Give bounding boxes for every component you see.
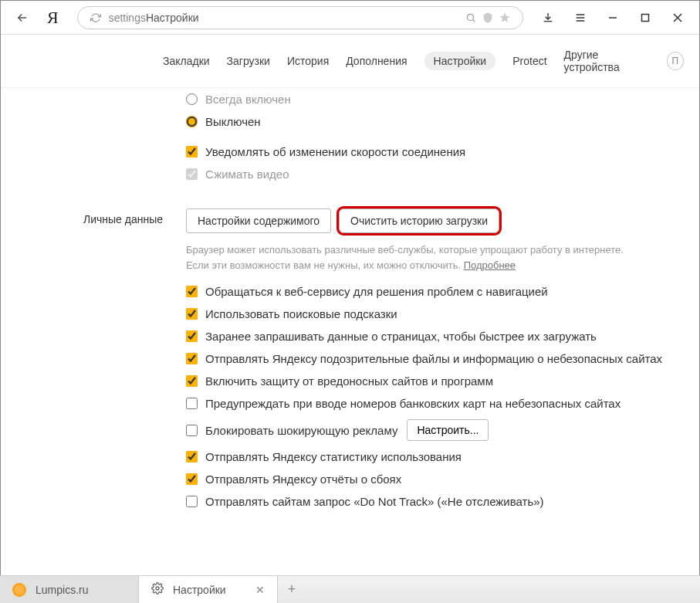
user-avatar[interactable]: П bbox=[667, 52, 684, 70]
settings-nav: Закладки Загрузки История Дополнения Нас… bbox=[1, 35, 699, 88]
opt-dnt-checkbox[interactable] bbox=[186, 496, 198, 507]
opt-stats-label: Отправлять Яндексу статистику использова… bbox=[205, 450, 462, 463]
nav-bookmarks[interactable]: Закладки bbox=[163, 55, 210, 67]
opt-dnt-label: Отправлять сайтам запрос «Do Not Track» … bbox=[205, 495, 544, 508]
nav-protect[interactable]: Protect bbox=[512, 55, 546, 67]
opt-navigation-checkbox[interactable] bbox=[186, 286, 198, 297]
svg-point-0 bbox=[467, 14, 473, 20]
back-button[interactable] bbox=[7, 2, 38, 33]
svg-rect-1 bbox=[642, 14, 649, 21]
svg-point-2 bbox=[156, 587, 159, 590]
more-link[interactable]: Подробнее bbox=[464, 259, 516, 271]
tab-lumpics-label: Lumpics.ru bbox=[36, 584, 88, 596]
downloads-icon[interactable] bbox=[533, 2, 563, 33]
opt-navigation-row[interactable]: Обращаться к веб-сервису для решения про… bbox=[1, 280, 699, 303]
opt-ads-checkbox[interactable] bbox=[186, 425, 198, 436]
opt-suspicious-label: Отправлять Яндексу подозрительные файлы … bbox=[205, 352, 662, 365]
opt-crash-row[interactable]: Отправлять Яндексу отчёты о сбоях bbox=[1, 468, 699, 490]
opt-prefetch-checkbox[interactable] bbox=[186, 330, 198, 342]
compress-video-label: Сжимать видео bbox=[205, 168, 289, 181]
gear-icon bbox=[151, 582, 164, 597]
settings-content[interactable]: Всегда включен Выключен Уведомлять об из… bbox=[1, 88, 699, 553]
address-bar[interactable]: settings Настройки bbox=[77, 6, 523, 29]
opt-malware-row[interactable]: Включить защиту от вредоносных сайтов и … bbox=[1, 370, 699, 392]
opt-malware-checkbox[interactable] bbox=[186, 375, 198, 387]
notify-speed-label: Уведомлять об изменении скорости соедине… bbox=[205, 145, 465, 158]
url-prefix: settings bbox=[109, 12, 146, 24]
turbo-always-row[interactable]: Всегда включен bbox=[1, 88, 699, 110]
tab-close-icon[interactable]: ✕ bbox=[255, 584, 265, 596]
tab-strip: Lumpics.ru Настройки ✕ + bbox=[0, 575, 700, 603]
turbo-off-row[interactable]: Выключен bbox=[1, 110, 699, 133]
turbo-always-radio[interactable] bbox=[186, 93, 198, 105]
opt-suggest-checkbox[interactable] bbox=[186, 308, 198, 320]
opt-ads-label: Блокировать шокирующую рекламу bbox=[205, 424, 397, 437]
opt-stats-checkbox[interactable] bbox=[186, 451, 198, 462]
minimize-button[interactable] bbox=[597, 2, 628, 33]
opt-crash-checkbox[interactable] bbox=[186, 473, 198, 485]
notify-speed-row[interactable]: Уведомлять об изменении скорости соедине… bbox=[1, 141, 699, 163]
opt-cards-label: Предупреждать при вводе номеров банковск… bbox=[205, 397, 621, 410]
reload-icon[interactable] bbox=[87, 12, 104, 23]
tab-settings[interactable]: Настройки ✕ bbox=[139, 576, 278, 604]
nav-settings[interactable]: Настройки bbox=[424, 52, 496, 70]
nav-addons[interactable]: Дополнения bbox=[346, 55, 407, 67]
nav-history[interactable]: История bbox=[287, 55, 329, 67]
opt-cards-row[interactable]: Предупреждать при вводе номеров банковск… bbox=[1, 392, 699, 415]
maximize-button[interactable] bbox=[630, 2, 661, 33]
opt-crash-label: Отправлять Яндексу отчёты о сбоях bbox=[205, 473, 401, 486]
opt-cards-checkbox[interactable] bbox=[186, 398, 198, 409]
section-hint: Браузер может использовать различные веб… bbox=[186, 242, 649, 273]
nav-downloads[interactable]: Загрузки bbox=[227, 55, 270, 67]
turbo-off-radio[interactable] bbox=[186, 116, 198, 127]
menu-icon[interactable] bbox=[565, 2, 596, 33]
turbo-off-label: Выключен bbox=[205, 115, 261, 128]
opt-suggest-row[interactable]: Использовать поисковые подсказки bbox=[1, 303, 699, 325]
new-tab-button[interactable]: + bbox=[278, 581, 306, 598]
opt-navigation-label: Обращаться к веб-сервису для решения про… bbox=[205, 285, 548, 298]
section-title: Личные данные bbox=[1, 208, 186, 225]
opt-stats-row[interactable]: Отправлять Яндексу статистику использова… bbox=[1, 445, 699, 468]
tab-settings-label: Настройки bbox=[173, 584, 226, 596]
opt-suspicious-row[interactable]: Отправлять Яндексу подозрительные файлы … bbox=[1, 347, 699, 370]
compress-video-row[interactable]: Сжимать видео bbox=[1, 163, 699, 185]
close-button[interactable] bbox=[662, 2, 693, 33]
clear-history-button[interactable]: Очистить историю загрузки bbox=[339, 208, 499, 233]
url-title: Настройки bbox=[146, 12, 199, 24]
search-icon[interactable] bbox=[462, 12, 479, 23]
bookmark-star-icon[interactable] bbox=[496, 12, 513, 24]
content-settings-button[interactable]: Настройки содержимого bbox=[186, 208, 331, 233]
opt-suggest-label: Использовать поисковые подсказки bbox=[205, 307, 397, 320]
opt-malware-label: Включить защиту от вредоносных сайтов и … bbox=[205, 374, 493, 388]
tab-lumpics[interactable]: Lumpics.ru bbox=[0, 576, 139, 604]
opt-suspicious-checkbox[interactable] bbox=[186, 353, 198, 364]
shield-icon[interactable] bbox=[479, 12, 496, 24]
opt-dnt-row[interactable]: Отправлять сайтам запрос «Do Not Track» … bbox=[1, 490, 699, 513]
lumpics-favicon bbox=[12, 583, 26, 597]
turbo-always-label: Всегда включен bbox=[205, 93, 291, 106]
personal-data-section: Личные данные Настройки содержимого Очис… bbox=[1, 185, 699, 280]
yandex-logo[interactable]: Я bbox=[38, 8, 68, 28]
opt-ads-row: Блокировать шокирующую рекламу Настроить… bbox=[1, 415, 699, 445]
notify-speed-checkbox[interactable] bbox=[186, 146, 198, 158]
nav-devices[interactable]: Другие устройства bbox=[564, 49, 650, 73]
opt-prefetch-label: Заранее запрашивать данные о страницах, … bbox=[205, 330, 597, 343]
titlebar: Я settings Настройки bbox=[1, 1, 699, 35]
opt-prefetch-row[interactable]: Заранее запрашивать данные о страницах, … bbox=[1, 325, 699, 347]
compress-video-checkbox[interactable] bbox=[186, 168, 198, 180]
ads-configure-button[interactable]: Настроить... bbox=[407, 419, 489, 441]
